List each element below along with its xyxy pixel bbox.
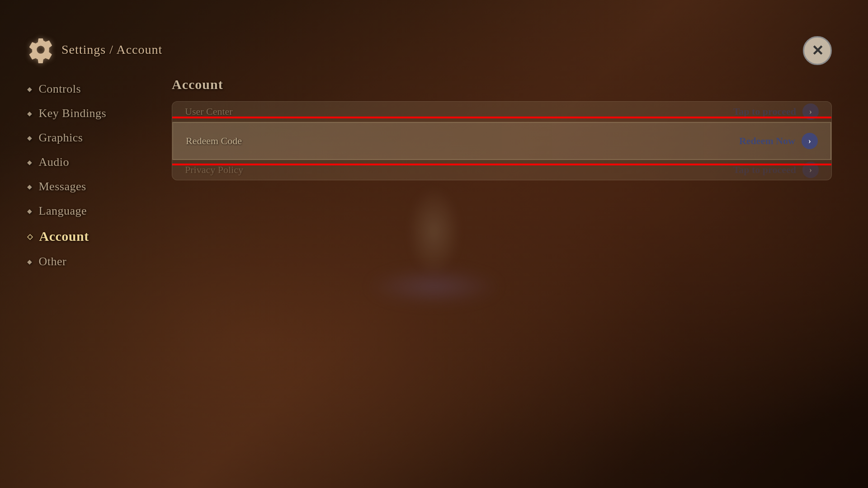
user-center-right: Tap to proceed › (733, 103, 819, 120)
bullet-icon: ◆ (27, 207, 33, 215)
sidebar-item-key-bindings[interactable]: ◆ Key Bindings (27, 101, 154, 126)
bullet-icon: ◆ (27, 258, 33, 266)
settings-panel: Settings / Account ✕ ◆ Controls ◆ Key Bi… (27, 36, 868, 488)
main-layout: ◆ Controls ◆ Key Bindings ◆ Graphics ◆ A… (27, 77, 868, 274)
sidebar-item-graphics[interactable]: ◆ Graphics (27, 126, 154, 150)
sidebar-item-label: Controls (39, 82, 81, 96)
redeem-code-right: Redeem Now › (739, 133, 818, 149)
settings-list: User Center Tap to proceed › Redeem Code… (172, 101, 832, 180)
sidebar-item-other[interactable]: ◆ Other (27, 249, 154, 274)
user-center-row[interactable]: User Center Tap to proceed › (172, 102, 831, 122)
sidebar-item-label: Graphics (39, 131, 83, 145)
sidebar-item-label: Other (39, 255, 67, 268)
sidebar-item-account[interactable]: ◇ Account (27, 223, 154, 249)
privacy-policy-arrow-icon: › (802, 162, 819, 178)
sidebar-item-audio[interactable]: ◆ Audio (27, 150, 154, 174)
sidebar-item-controls[interactable]: ◆ Controls (27, 77, 154, 101)
privacy-policy-row[interactable]: Privacy Policy Tap to proceed › (172, 160, 831, 180)
sidebar-item-label: Language (39, 204, 87, 218)
sidebar-item-language[interactable]: ◆ Language (27, 199, 154, 223)
redeem-now-arrow-icon[interactable]: › (802, 133, 818, 149)
bullet-icon: ◆ (27, 85, 33, 93)
bullet-icon: ◆ (27, 183, 33, 191)
privacy-policy-tap-label: Tap to proceed (733, 164, 796, 176)
sidebar: ◆ Controls ◆ Key Bindings ◆ Graphics ◆ A… (27, 77, 154, 274)
user-center-tap-label: Tap to proceed (733, 106, 796, 117)
content-area: Account User Center Tap to proceed › Red… (172, 77, 868, 274)
sidebar-item-label: Account (39, 229, 89, 244)
breadcrumb: Settings / Account (61, 42, 162, 57)
gear-icon (27, 36, 54, 63)
redeem-code-row[interactable]: Redeem Code Redeem Now › (172, 122, 831, 160)
bullet-icon: ◆ (27, 134, 33, 142)
header: Settings / Account ✕ (27, 36, 868, 63)
bullet-icon: ◆ (27, 110, 33, 117)
privacy-policy-right: Tap to proceed › (733, 162, 819, 178)
user-center-label: User Center (185, 106, 233, 117)
sidebar-item-messages[interactable]: ◆ Messages (27, 174, 154, 199)
sidebar-item-label: Messages (39, 180, 86, 193)
user-center-arrow-icon: › (802, 103, 819, 120)
sidebar-item-label: Audio (39, 155, 70, 169)
bullet-icon: ◇ (27, 232, 33, 241)
close-button[interactable]: ✕ (803, 36, 832, 65)
content-title: Account (172, 77, 832, 92)
redeem-code-wrapper: Redeem Code Redeem Now › (172, 122, 831, 160)
sidebar-item-label: Key Bindings (39, 107, 107, 120)
redeem-code-label: Redeem Code (186, 135, 242, 147)
redeem-now-label: Redeem Now (739, 135, 795, 147)
privacy-policy-label: Privacy Policy (185, 164, 243, 176)
bullet-icon: ◆ (27, 159, 33, 166)
